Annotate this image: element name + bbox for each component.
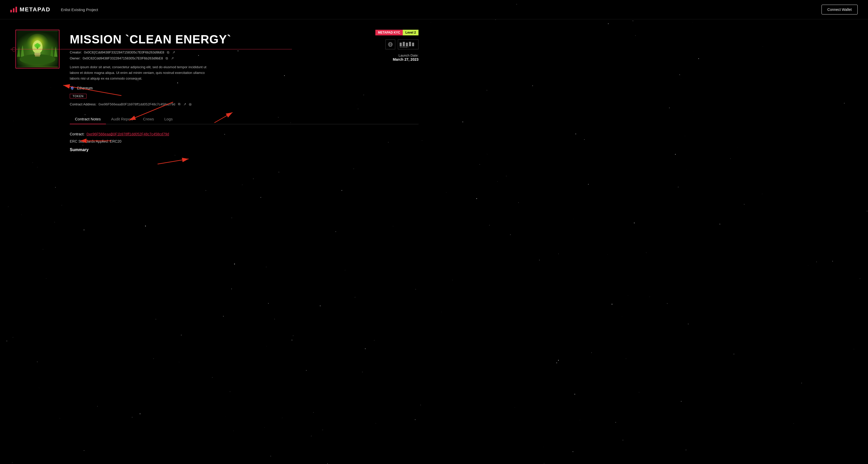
kyc-badge: METAPAD KYC Level 2 xyxy=(375,30,418,35)
kyc-metapad-label: METAPAD KYC xyxy=(375,30,403,35)
logo-text: METAPAD xyxy=(20,6,51,13)
blockchain-label: Ethereum xyxy=(77,86,93,90)
owner-label: Owner: xyxy=(70,56,81,60)
logo-bar-2 xyxy=(13,8,14,12)
project-image-container xyxy=(16,30,59,68)
svg-rect-3 xyxy=(34,53,40,55)
logo-bar-3 xyxy=(16,7,17,12)
globe-icon xyxy=(388,42,393,47)
summary-heading-text: Summary xyxy=(70,148,89,152)
tab-crews[interactable]: Crews xyxy=(138,114,159,124)
summary-heading: Summary xyxy=(70,148,418,152)
globe-icon-box[interactable] xyxy=(385,39,395,49)
owner-copy-icon[interactable]: ⧉ xyxy=(165,57,169,60)
circle-marker xyxy=(12,47,16,52)
tab-contract-notes[interactable]: Contract Notes xyxy=(70,114,106,124)
erc-standards-text: ERC Standards Applied: ERC20 xyxy=(70,139,121,144)
svg-text:INTERNET: INTERNET xyxy=(400,46,409,48)
owner-external-icon[interactable]: ↗ xyxy=(171,57,175,60)
social-icons: INTERNET xyxy=(385,39,418,49)
tab-audit-report[interactable]: Audit Report xyxy=(106,114,138,124)
svg-marker-12 xyxy=(72,88,74,90)
logo-bar-1 xyxy=(10,10,12,12)
main-content: MISSION `CLEAN ENERGY` Creator: 0x0C82Cd… xyxy=(0,20,434,178)
contract-address-value: 0xe96F566eaaB0F1b978ff1dd052F48c7c458cd7… xyxy=(98,102,175,106)
navbar: METAPAD Enlist Existing Project Connect … xyxy=(0,0,868,20)
svg-rect-19 xyxy=(400,43,402,46)
contract-copy-icon[interactable]: ⧉ xyxy=(177,102,181,106)
svg-rect-22 xyxy=(409,42,411,46)
creator-line: Creator: 0x0C82Cdd9438F3322847158305c7E0… xyxy=(70,51,418,54)
owner-address: 0x0C82Cdd9438F3322847158305c7E0F6b263d9b… xyxy=(83,56,163,60)
svg-rect-4 xyxy=(35,55,40,57)
contract-address-row: Contract Address: 0xe96F566eaaB0F1b978ff… xyxy=(70,102,418,106)
contract-link-value[interactable]: 0xe96F566eaaB0F1b978ff1dd052F48c7c458cd7… xyxy=(87,132,169,136)
project-description: Lorem ipsum dolor sit amet, consectetur … xyxy=(70,64,214,82)
tabs-section: Contract Notes Audit Report Crews Logs xyxy=(70,114,418,124)
svg-point-8 xyxy=(36,43,39,46)
tabs-row: Contract Notes Audit Report Crews Logs xyxy=(70,114,418,124)
enlist-project-link[interactable]: Enlist Existing Project xyxy=(61,7,98,12)
kyc-level-label: Level 2 xyxy=(403,30,418,35)
svg-rect-23 xyxy=(412,43,414,46)
token-badge: TOKEN xyxy=(70,94,87,98)
owner-line: Owner: 0x0C82Cdd9438F3322847158305c7E0F6… xyxy=(70,56,418,60)
tab-logs[interactable]: Logs xyxy=(159,114,178,124)
contract-link-label: Contract: xyxy=(70,132,85,136)
svg-rect-21 xyxy=(406,43,408,46)
creator-label: Creator: xyxy=(70,51,82,54)
internet-archive-icon: INTERNET xyxy=(399,40,417,48)
svg-marker-13 xyxy=(70,88,72,90)
navbar-left: METAPAD Enlist Existing Project xyxy=(10,6,98,13)
erc-standards-row: ERC Standards Applied: ERC20 xyxy=(70,139,418,144)
blockchain-row: Ethereum xyxy=(70,86,418,91)
tab-content-contract-notes: Contract: 0xe96F566eaaB0F1b978ff1dd052F4… xyxy=(70,124,418,160)
contract-address-label: Contract Address: xyxy=(70,102,96,106)
project-header: MISSION `CLEAN ENERGY` Creator: 0x0C82Cd… xyxy=(16,30,418,160)
creator-address: 0x0C82Cdd9438F3322847158305c7E0F6b263d9b… xyxy=(84,51,164,54)
token-badge-container: TOKEN xyxy=(70,91,418,98)
contract-external-icon[interactable]: ↗ xyxy=(183,102,187,106)
launch-date-value: March 27, 2023 xyxy=(393,57,418,61)
svg-marker-11 xyxy=(70,86,72,89)
logo: METAPAD xyxy=(10,6,51,13)
launch-date: Launch Date: March 27, 2023 xyxy=(393,54,418,61)
launch-date-label: Launch Date: xyxy=(393,54,418,57)
logo-icon xyxy=(10,7,17,12)
contract-remove-icon[interactable]: ⊗ xyxy=(189,102,193,106)
creator-copy-icon[interactable]: ⧉ xyxy=(166,51,170,54)
archive-icon-box[interactable]: INTERNET xyxy=(398,39,418,49)
svg-rect-20 xyxy=(403,42,405,46)
creator-external-icon[interactable]: ↗ xyxy=(172,51,176,54)
right-panel: METAPAD KYC Level 2 xyxy=(375,30,418,61)
connect-wallet-button[interactable]: Connect Wallet xyxy=(822,5,858,14)
svg-marker-10 xyxy=(72,86,74,89)
ethereum-icon xyxy=(70,86,75,91)
contract-link-row: Contract: 0xe96F566eaaB0F1b978ff1dd052F4… xyxy=(70,132,418,136)
project-title: MISSION `CLEAN ENERGY` xyxy=(70,32,418,46)
